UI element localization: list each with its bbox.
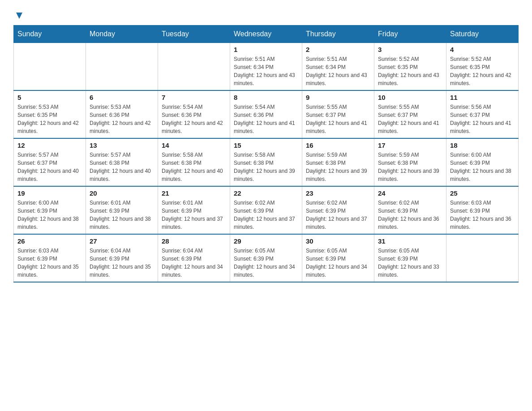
calendar-cell: 14Sunrise: 5:58 AM Sunset: 6:38 PM Dayli… [158,138,230,186]
day-info: Sunrise: 6:04 AM Sunset: 6:39 PM Dayligh… [162,247,226,279]
day-number: 17 [378,141,442,149]
day-info: Sunrise: 5:55 AM Sunset: 6:37 PM Dayligh… [306,103,370,135]
day-info: Sunrise: 6:02 AM Sunset: 6:39 PM Dayligh… [234,199,298,231]
day-number: 31 [378,237,442,245]
calendar-cell [158,43,230,90]
day-info: Sunrise: 5:55 AM Sunset: 6:37 PM Dayligh… [378,103,442,135]
day-number: 2 [306,46,370,53]
day-info: Sunrise: 5:56 AM Sunset: 6:37 PM Dayligh… [450,103,515,135]
column-header-saturday: Saturday [446,25,519,43]
calendar-cell: 17Sunrise: 5:59 AM Sunset: 6:38 PM Dayli… [374,138,446,186]
day-info: Sunrise: 6:05 AM Sunset: 6:39 PM Dayligh… [234,247,298,279]
day-number: 1 [234,46,298,53]
calendar-cell: 31Sunrise: 6:05 AM Sunset: 6:39 PM Dayli… [374,234,446,282]
calendar-cell [446,234,519,282]
day-number: 18 [450,141,515,149]
calendar-cell: 23Sunrise: 6:02 AM Sunset: 6:39 PM Dayli… [302,186,374,234]
day-info: Sunrise: 5:58 AM Sunset: 6:38 PM Dayligh… [162,151,226,183]
day-number: 23 [306,189,370,197]
day-number: 16 [306,141,370,149]
day-number: 26 [17,237,82,245]
day-info: Sunrise: 5:58 AM Sunset: 6:38 PM Dayligh… [234,151,298,183]
day-number: 9 [306,94,370,101]
calendar-cell: 11Sunrise: 5:56 AM Sunset: 6:37 PM Dayli… [446,90,519,138]
day-info: Sunrise: 6:03 AM Sunset: 6:39 PM Dayligh… [17,247,82,279]
day-number: 19 [17,189,82,197]
day-info: Sunrise: 6:03 AM Sunset: 6:39 PM Dayligh… [450,199,515,231]
day-number: 25 [450,189,515,197]
calendar-cell [14,43,86,90]
day-info: Sunrise: 5:59 AM Sunset: 6:38 PM Dayligh… [306,151,370,183]
svg-marker-0 [16,13,22,19]
day-info: Sunrise: 6:04 AM Sunset: 6:39 PM Dayligh… [90,247,154,279]
day-number: 14 [162,141,226,149]
calendar-cell [86,43,158,90]
calendar-week-5: 26Sunrise: 6:03 AM Sunset: 6:39 PM Dayli… [14,234,519,282]
calendar-cell: 12Sunrise: 5:57 AM Sunset: 6:37 PM Dayli… [14,138,86,186]
calendar-cell: 26Sunrise: 6:03 AM Sunset: 6:39 PM Dayli… [14,234,86,282]
day-info: Sunrise: 5:52 AM Sunset: 6:35 PM Dayligh… [450,55,515,87]
calendar-cell: 25Sunrise: 6:03 AM Sunset: 6:39 PM Dayli… [446,186,519,234]
calendar-cell: 16Sunrise: 5:59 AM Sunset: 6:38 PM Dayli… [302,138,374,186]
calendar-cell: 27Sunrise: 6:04 AM Sunset: 6:39 PM Dayli… [86,234,158,282]
calendar-cell: 13Sunrise: 5:57 AM Sunset: 6:38 PM Dayli… [86,138,158,186]
calendar-cell: 20Sunrise: 6:01 AM Sunset: 6:39 PM Dayli… [86,186,158,234]
calendar-body: 1Sunrise: 5:51 AM Sunset: 6:34 PM Daylig… [14,43,519,282]
day-number: 8 [234,94,298,101]
calendar-cell: 1Sunrise: 5:51 AM Sunset: 6:34 PM Daylig… [230,43,302,90]
calendar-cell: 8Sunrise: 5:54 AM Sunset: 6:36 PM Daylig… [230,90,302,138]
day-number: 15 [234,141,298,149]
column-header-monday: Monday [86,25,158,43]
day-info: Sunrise: 6:01 AM Sunset: 6:39 PM Dayligh… [162,199,226,231]
calendar-table: SundayMondayTuesdayWednesdayThursdayFrid… [13,25,519,283]
day-info: Sunrise: 5:53 AM Sunset: 6:36 PM Dayligh… [90,103,154,135]
calendar-cell: 6Sunrise: 5:53 AM Sunset: 6:36 PM Daylig… [86,90,158,138]
day-number: 6 [90,94,154,101]
column-header-friday: Friday [374,25,446,43]
day-info: Sunrise: 5:59 AM Sunset: 6:38 PM Dayligh… [378,151,442,183]
calendar-week-2: 5Sunrise: 5:53 AM Sunset: 6:35 PM Daylig… [14,90,519,138]
day-number: 11 [450,94,515,101]
logo-triangle-icon [14,11,24,21]
calendar-cell: 5Sunrise: 5:53 AM Sunset: 6:35 PM Daylig… [14,90,86,138]
day-info: Sunrise: 6:05 AM Sunset: 6:39 PM Dayligh… [378,247,442,279]
logo [13,9,24,21]
calendar-cell: 4Sunrise: 5:52 AM Sunset: 6:35 PM Daylig… [446,43,519,90]
day-info: Sunrise: 6:00 AM Sunset: 6:39 PM Dayligh… [450,151,515,183]
day-info: Sunrise: 5:57 AM Sunset: 6:37 PM Dayligh… [17,151,82,183]
calendar-cell: 10Sunrise: 5:55 AM Sunset: 6:37 PM Dayli… [374,90,446,138]
day-number: 20 [90,189,154,197]
calendar-cell: 28Sunrise: 6:04 AM Sunset: 6:39 PM Dayli… [158,234,230,282]
day-number: 3 [378,46,442,53]
day-number: 24 [378,189,442,197]
day-number: 28 [162,237,226,245]
day-number: 30 [306,237,370,245]
column-header-thursday: Thursday [302,25,374,43]
calendar-week-3: 12Sunrise: 5:57 AM Sunset: 6:37 PM Dayli… [14,138,519,186]
column-header-tuesday: Tuesday [158,25,230,43]
calendar-cell: 18Sunrise: 6:00 AM Sunset: 6:39 PM Dayli… [446,138,519,186]
calendar-cell: 15Sunrise: 5:58 AM Sunset: 6:38 PM Dayli… [230,138,302,186]
calendar-cell: 29Sunrise: 6:05 AM Sunset: 6:39 PM Dayli… [230,234,302,282]
calendar-cell: 9Sunrise: 5:55 AM Sunset: 6:37 PM Daylig… [302,90,374,138]
column-header-sunday: Sunday [14,25,86,43]
calendar-cell: 24Sunrise: 6:02 AM Sunset: 6:39 PM Dayli… [374,186,446,234]
day-number: 10 [378,94,442,101]
day-number: 27 [90,237,154,245]
calendar-cell: 3Sunrise: 5:52 AM Sunset: 6:35 PM Daylig… [374,43,446,90]
day-info: Sunrise: 6:05 AM Sunset: 6:39 PM Dayligh… [306,247,370,279]
day-info: Sunrise: 5:51 AM Sunset: 6:34 PM Dayligh… [234,55,298,87]
day-number: 4 [450,46,515,53]
day-number: 13 [90,141,154,149]
day-number: 5 [17,94,82,101]
day-number: 22 [234,189,298,197]
day-info: Sunrise: 5:54 AM Sunset: 6:36 PM Dayligh… [162,103,226,135]
day-info: Sunrise: 6:00 AM Sunset: 6:39 PM Dayligh… [17,199,82,231]
calendar-cell: 7Sunrise: 5:54 AM Sunset: 6:36 PM Daylig… [158,90,230,138]
calendar-week-4: 19Sunrise: 6:00 AM Sunset: 6:39 PM Dayli… [14,186,519,234]
calendar-cell: 19Sunrise: 6:00 AM Sunset: 6:39 PM Dayli… [14,186,86,234]
page-header [13,9,519,21]
day-info: Sunrise: 6:02 AM Sunset: 6:39 PM Dayligh… [378,199,442,231]
day-info: Sunrise: 5:51 AM Sunset: 6:34 PM Dayligh… [306,55,370,87]
calendar-cell: 21Sunrise: 6:01 AM Sunset: 6:39 PM Dayli… [158,186,230,234]
